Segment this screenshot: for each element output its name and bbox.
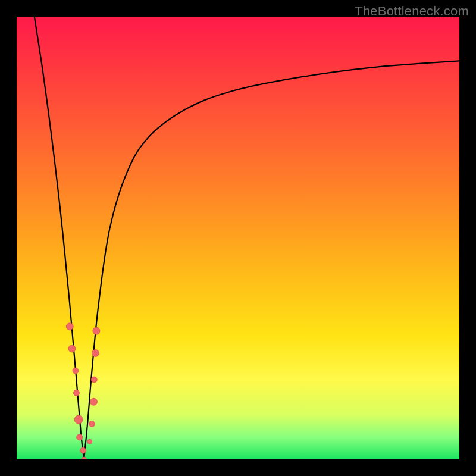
watermark-text: TheBottleneck.com: [355, 4, 469, 19]
scatter-dot: [68, 345, 76, 352]
chart-svg: [17, 17, 459, 459]
scatter-dot: [80, 447, 86, 453]
scatter-dot: [89, 421, 95, 427]
scatter-dot: [92, 349, 99, 356]
series-right-branch: [84, 61, 459, 459]
scatter-dot: [74, 415, 83, 424]
scatter-dot: [90, 398, 97, 405]
scatter-dot: [73, 390, 79, 396]
scatter-dot: [73, 368, 79, 374]
chart-plot-area: [17, 17, 459, 459]
scatter-dot: [93, 327, 100, 334]
scatter-dot: [66, 323, 73, 330]
scatter-dot: [87, 439, 92, 444]
scatter-dot: [77, 434, 83, 440]
scatter-dot: [91, 377, 97, 383]
scatter-dot: [82, 457, 86, 459]
